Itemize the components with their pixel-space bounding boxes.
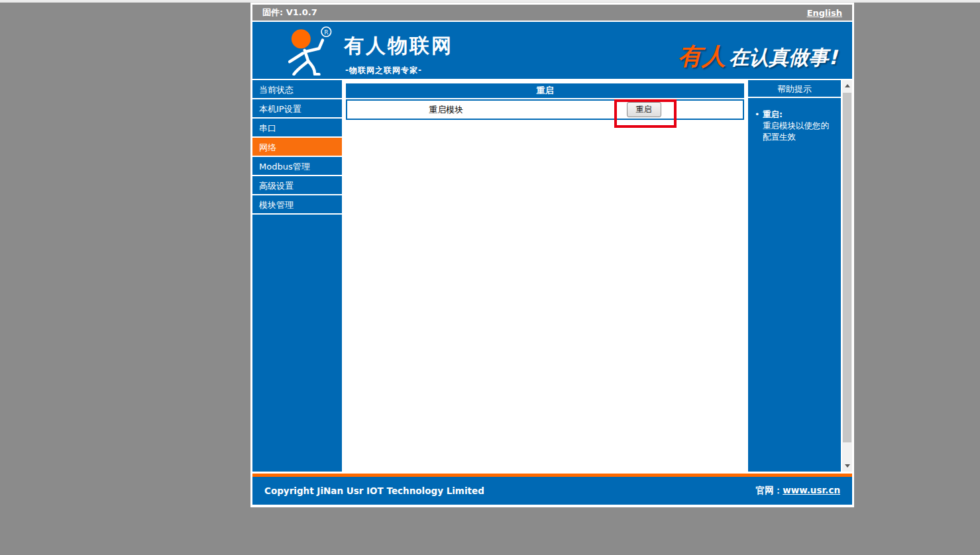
website-label: 官网： [756,485,783,495]
sidebar-item-current-status[interactable]: 当前状态 [252,80,342,99]
sidebar-item-advanced[interactable]: 高级设置 [252,176,342,195]
help-panel-title: 帮助提示 [748,80,841,98]
scroll-down-button[interactable] [842,460,852,472]
sidebar-item-modbus[interactable]: Modbus管理 [252,157,342,176]
restart-row-label: 重启模块 [347,104,545,116]
scroll-down-icon [845,464,850,468]
restart-form: 重启模块 重启 [346,99,744,120]
main-panel: 重启 重启模块 重启 [343,80,747,472]
brand-header: R 有人物联网 -物联网之联网专家- 有人 在认真做事! [252,22,852,79]
help-item-restart: • 重启: 重启模块以使您的配置生效 [748,98,841,142]
slogan-orange-part: 有人 [678,42,726,70]
english-language-link[interactable]: English [807,8,842,18]
website-link[interactable]: www.usr.cn [783,485,840,495]
scrollbar-thumb[interactable] [843,93,851,442]
help-text: 重启模块以使您的配置生效 [763,120,837,142]
slogan-white-part: 在认真做事! [729,46,838,69]
usr-logo-icon: R [279,25,340,78]
copyright-text: Copyright JiNan Usr IOT Technology Limit… [264,485,484,496]
website-block: 官网：www.usr.cn [756,485,840,497]
restart-button[interactable]: 重启 [627,102,661,117]
scroll-up-button[interactable] [842,80,852,91]
sidebar-item-network[interactable]: 网络 [252,138,342,157]
brand-title: 有人物联网 [344,32,453,60]
nav-sidebar: 当前状态 本机IP设置 串口 网络 Modbus管理 高级设置 模块管理 [252,80,342,472]
app-window: 固件: V1.0.7 English R 有人物联网 -物联网之联网专家- [250,3,854,507]
sidebar-item-serial-port[interactable]: 串口 [252,119,342,138]
svg-text:R: R [324,29,329,36]
footer: Copyright JiNan Usr IOT Technology Limit… [252,477,852,505]
help-term: 重启: [763,109,783,119]
section-title-restart: 重启 [346,83,744,98]
bullet-icon: • [755,109,763,142]
sidebar-item-module-manage[interactable]: 模块管理 [252,195,342,215]
content-row: 当前状态 本机IP设置 串口 网络 Modbus管理 高级设置 模块管理 重启 … [252,80,852,472]
topbar: 固件: V1.0.7 English [252,5,852,21]
firmware-version-label: 固件: V1.0.7 [262,7,317,19]
scroll-up-icon [845,84,850,87]
brand-slogan: 有人 在认真做事! [678,40,838,73]
vertical-scrollbar[interactable] [842,80,852,472]
brand-block: 有人物联网 -物联网之联网专家- [344,32,453,76]
brand-tagline: -物联网之联网专家- [345,65,453,76]
sidebar-item-local-ip[interactable]: 本机IP设置 [252,99,342,119]
help-panel: 帮助提示 • 重启: 重启模块以使您的配置生效 [748,80,841,472]
